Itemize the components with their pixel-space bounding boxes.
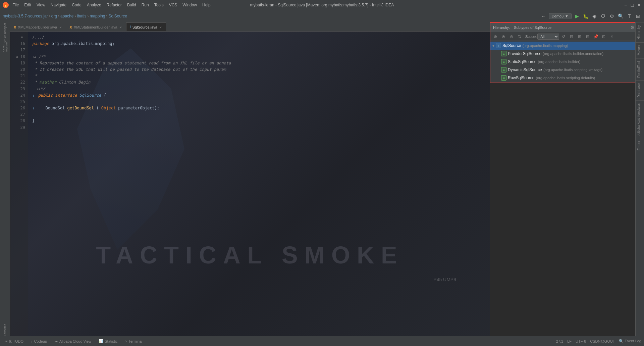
cloud-explorer-icon[interactable]: Cloud Explorer xyxy=(1,42,9,51)
tree-item-name-dynamic: DynamicSqlSource xyxy=(508,67,542,72)
code-line-26: ↓ BoundSql getBoundSql ( Object paramete… xyxy=(32,105,486,111)
menu-tools[interactable]: Tools xyxy=(152,2,166,8)
line-num-16: 16 xyxy=(11,41,28,47)
code-content[interactable]: /.../ package org.apache.ibatis.mapping;… xyxy=(28,32,490,336)
codeup-label: Codeup xyxy=(34,339,47,343)
line-num-26: 26 xyxy=(11,105,28,111)
breadcrumb-apache[interactable]: apache xyxy=(60,14,73,18)
menu-edit[interactable]: Edit xyxy=(22,2,34,8)
code-line-23: ⊟*/ xyxy=(32,86,486,92)
alibaba-ros-tab[interactable]: Alibaba ROS Templates xyxy=(636,100,644,138)
breadcrumb-jar[interactable]: mybatis-3.5.7-sources.jar xyxy=(3,14,48,18)
tab-close-xml-mapper[interactable]: × xyxy=(59,25,62,30)
scope-select[interactable]: All Project xyxy=(537,34,559,40)
hierarchy-sort-icon[interactable]: ⇅ xyxy=(516,33,523,40)
code-line-25 xyxy=(32,99,486,105)
tree-item-pkg-dynamic: (org.apache.ibatis.scripting.xmltags) xyxy=(543,68,602,72)
tree-item-static[interactable]: C StaticSqlSource (org.apache.ibatis.bui… xyxy=(490,58,643,66)
hierarchy-settings-icon[interactable]: ⚙ xyxy=(630,25,635,30)
tree-item-raw[interactable]: C RawSqlSource (org.apache.ibatis.script… xyxy=(490,74,643,82)
tree-item-pkg-sqlsource: (org.apache.ibatis.mapping) xyxy=(522,44,568,48)
open-in-window-icon[interactable]: ⊡ xyxy=(600,33,607,40)
menu-vcs[interactable]: VCS xyxy=(167,2,180,8)
cursor-position: 27:1 xyxy=(556,339,563,343)
extra-info: CSDN@GOUT xyxy=(590,339,615,343)
pin-icon[interactable]: 📌 xyxy=(592,33,599,40)
search-everywhere-icon[interactable]: 🔍 xyxy=(617,13,624,19)
menu-file[interactable]: File xyxy=(10,2,21,8)
statistic-tab[interactable]: 📊 Statistic xyxy=(96,338,120,344)
tab-close-sqlsource[interactable]: × xyxy=(159,25,162,30)
database-tab[interactable]: Database xyxy=(636,80,644,100)
debug-button[interactable]: 🐛 xyxy=(582,13,589,19)
expand-icon[interactable]: ⊞ xyxy=(576,33,583,40)
line-num-18: ⊟ 18 xyxy=(11,54,28,60)
search-icon-small: 🔍 xyxy=(619,339,624,343)
maximize-button[interactable]: □ xyxy=(630,3,635,7)
navigate-back-icon[interactable]: ← xyxy=(540,13,547,19)
menu-help[interactable]: Help xyxy=(200,2,213,8)
maven-tab[interactable]: Maven xyxy=(636,42,644,58)
breadcrumb-file[interactable]: SqlSource xyxy=(108,14,127,18)
menu-run[interactable]: Run xyxy=(139,2,151,8)
title-bar: 🔥 File Edit View Navigate Code Analyze R… xyxy=(0,0,644,10)
xml-icon-2: X xyxy=(70,25,72,29)
menu-navigate[interactable]: Navigate xyxy=(48,2,69,8)
line-num-1: ⊟ xyxy=(11,34,28,41)
run-button[interactable]: ▶ xyxy=(574,13,580,19)
layout-icon[interactable]: ⊞ xyxy=(635,13,641,19)
toolbar-settings[interactable]: ⚙ xyxy=(608,13,615,19)
favorites-icon[interactable]: Favorites xyxy=(1,326,9,335)
hierarchy-tab[interactable]: Hierarchy xyxy=(636,22,644,42)
tab-close-xml-statement[interactable]: × xyxy=(119,25,122,30)
menu-analyze[interactable]: Analyze xyxy=(85,2,104,8)
terminal-icon: > xyxy=(125,339,127,343)
collapse-icon[interactable]: ⊟ xyxy=(584,33,591,40)
cloud-view-tab[interactable]: ☁ Alibaba Cloud View xyxy=(52,338,94,344)
tab-xml-mapper[interactable]: X XMLMapperBuilder.java × xyxy=(10,22,66,31)
profile-button[interactable]: ⏱ xyxy=(600,13,606,19)
refresh-icon[interactable]: ↺ xyxy=(560,33,567,40)
filter-icon[interactable]: ⊟ xyxy=(568,33,575,40)
editor-area[interactable]: TACTICAL SMOKE P45 UMP9 ⊟ 16 17 ⊟ 18 19 … xyxy=(10,32,490,336)
event-log[interactable]: 🔍 Event Log xyxy=(619,339,641,343)
close-button[interactable]: × xyxy=(637,3,641,7)
tree-item-dynamic[interactable]: C DynamicSqlSource (org.apache.ibatis.sc… xyxy=(490,66,643,74)
line-num-17: 17 xyxy=(11,47,28,53)
hierarchy-close-btn[interactable]: × xyxy=(608,33,615,40)
terminal-tab[interactable]: > Terminal xyxy=(122,339,145,344)
ember-tab[interactable]: Ember xyxy=(636,138,644,153)
menu-window[interactable]: Window xyxy=(180,2,199,8)
codeup-tab[interactable]: ↑ Codeup xyxy=(28,339,50,344)
coverage-button[interactable]: ◉ xyxy=(591,13,598,19)
code-line-28: } xyxy=(32,118,486,124)
structure-icon[interactable]: Structure xyxy=(1,33,9,42)
line-num-24: 24 xyxy=(11,92,28,99)
breadcrumb-mapping[interactable]: mapping xyxy=(90,14,105,18)
run-config-arrow: ▼ xyxy=(565,14,569,18)
code-editor[interactable]: ⊟ 16 17 ⊟ 18 19 20 21 22 23 24 25 26 27 xyxy=(10,32,490,336)
tree-item-provider[interactable]: C ProviderSqlSource (org.apache.ibatis.b… xyxy=(490,50,643,58)
hierarchy-btn-2[interactable]: ⊗ xyxy=(500,33,507,40)
restful-tool-tab[interactable]: RestfulTool xyxy=(636,58,644,80)
todo-tab[interactable]: ≡ 6: TODO xyxy=(3,339,26,344)
right-panel: Hierarchy: Subtypes of SqlSource ⚙ × ⊕ ⊗… xyxy=(490,22,644,336)
tree-item-sqlsource[interactable]: ▼ I SqlSource (org.apache.ibatis.mapping… xyxy=(490,42,643,50)
tab-xml-statement[interactable]: X XMLStatementBuilder.java × xyxy=(66,22,126,31)
minimize-button[interactable]: − xyxy=(623,3,628,7)
hierarchy-btn-3[interactable]: ⊘ xyxy=(508,33,515,40)
toolbar-right: ← Demo3 ▼ ▶ 🐛 ◉ ⏱ ⚙ 🔍 T ⊞ xyxy=(540,13,641,19)
menu-build[interactable]: Build xyxy=(125,2,139,8)
run-config-selector[interactable]: Demo3 ▼ xyxy=(549,13,572,19)
translate-icon[interactable]: T xyxy=(626,13,633,19)
menu-code[interactable]: Code xyxy=(69,2,84,8)
menu-view[interactable]: View xyxy=(34,2,48,8)
cloud-view-label: Alibaba Cloud View xyxy=(59,339,91,343)
menu-refactor[interactable]: Refactor xyxy=(104,2,124,8)
title-bar-left: 🔥 File Edit View Navigate Code Analyze R… xyxy=(3,2,213,8)
breadcrumb-org[interactable]: org xyxy=(51,14,57,18)
code-line-17 xyxy=(32,47,486,53)
tab-sqlsource[interactable]: I SqlSource.java × xyxy=(126,22,166,31)
breadcrumb-ibatis[interactable]: ibatis xyxy=(77,14,86,18)
hierarchy-btn-1[interactable]: ⊕ xyxy=(492,33,499,40)
